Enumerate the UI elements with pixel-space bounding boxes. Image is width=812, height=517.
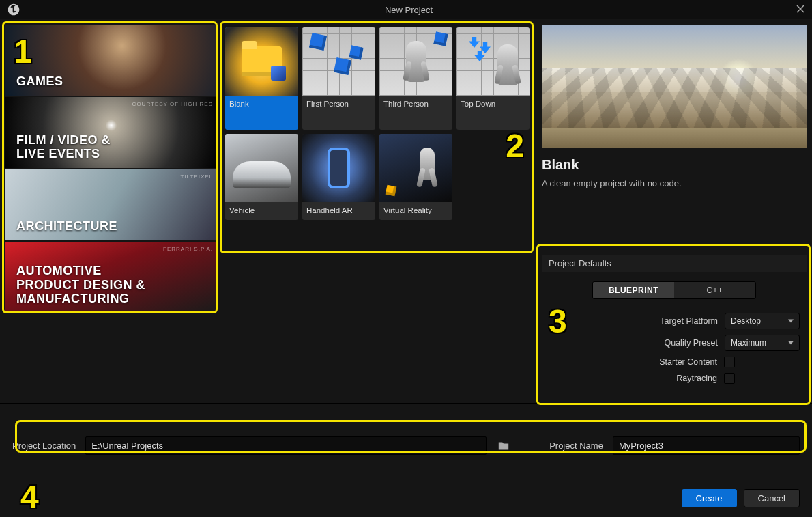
category-label: ARCHITECTURE: [16, 219, 117, 234]
template-label: First Person: [302, 96, 375, 113]
browse-folder-icon[interactable]: [496, 438, 511, 453]
category-credit: TILTPIXEL: [180, 173, 213, 180]
main-area: 1 GAMES COURTESY OF HIGH RES FILM / VIDE…: [0, 19, 812, 403]
raytracing-checkbox[interactable]: [724, 373, 735, 384]
project-location-input[interactable]: [85, 436, 487, 455]
template-label: Handheld AR: [302, 202, 375, 220]
template-top-down[interactable]: Top Down: [456, 27, 530, 130]
template-label: Blank: [225, 96, 298, 113]
template-grid: Blank First Person Thi: [222, 25, 536, 223]
cpp-button[interactable]: C++: [674, 282, 755, 298]
template-preview-title: Blank: [542, 157, 807, 173]
category-film-video[interactable]: COURTESY OF HIGH RES FILM / VIDEO & LIVE…: [5, 97, 217, 168]
category-architecture[interactable]: TILTPIXEL ARCHITECTURE: [5, 169, 217, 240]
category-label: GAMES: [16, 74, 63, 89]
titlebar: New Project: [0, 0, 812, 19]
footer: 4 Project Location Project Name Create C…: [0, 424, 812, 517]
project-defaults-header: Project Defaults: [542, 255, 807, 272]
unreal-logo-icon: [5, 1, 22, 18]
project-name-label: Project Name: [549, 441, 603, 451]
target-platform-label: Target Platform: [660, 316, 718, 326]
template-label: Third Person: [379, 96, 452, 113]
template-blank[interactable]: Blank: [225, 27, 298, 130]
category-games[interactable]: GAMES: [5, 25, 217, 96]
template-first-person[interactable]: First Person: [302, 27, 375, 130]
close-icon[interactable]: [796, 4, 807, 15]
window-title: New Project: [22, 5, 796, 15]
category-label: AUTOMOTIVE PRODUCT DESIGN & MANUFACTURIN…: [16, 264, 145, 306]
category-label: FILM / VIDEO & LIVE EVENTS: [16, 133, 111, 161]
create-button[interactable]: Create: [682, 489, 737, 507]
template-vehicle[interactable]: Vehicle: [225, 134, 298, 220]
starter-content-label: Starter Content: [659, 357, 717, 367]
raytracing-label: Raytracing: [676, 374, 717, 383]
template-label: Top Down: [456, 96, 530, 113]
blueprint-button[interactable]: BLUEPRINT: [593, 282, 674, 298]
target-platform-select[interactable]: Desktop: [725, 313, 800, 329]
template-preview-image: [542, 25, 807, 148]
template-column: 2 Blank First Person: [222, 25, 536, 397]
template-third-person[interactable]: Third Person: [379, 27, 452, 130]
category-credit: COURTESY OF HIGH RES: [132, 101, 213, 107]
new-project-window: New Project 1 GAMES COURTESY OF HIGH RES…: [0, 0, 812, 517]
project-defaults-panel: 3 Project Defaults BLUEPRINT C++ Target …: [542, 255, 807, 397]
category-automotive[interactable]: FERRARI S.P.A. AUTOMOTIVE PRODUCT DESIGN…: [5, 242, 217, 313]
divider: [0, 403, 812, 404]
details-column: Blank A clean empty project with no code…: [542, 25, 807, 397]
starter-content-checkbox[interactable]: [724, 357, 735, 367]
template-preview-description: A clean empty project with no code.: [542, 178, 807, 188]
template-handheld-ar[interactable]: Handheld AR: [302, 134, 375, 220]
category-credit: FERRARI S.P.A.: [163, 246, 213, 252]
project-name-input[interactable]: [613, 436, 800, 455]
cancel-button[interactable]: Cancel: [744, 489, 800, 507]
template-virtual-reality[interactable]: Virtual Reality: [379, 134, 452, 220]
quality-preset-label: Quality Preset: [664, 338, 718, 348]
project-location-label: Project Location: [12, 441, 76, 451]
implementation-segmented: BLUEPRINT C++: [592, 281, 756, 299]
quality-preset-select[interactable]: Maximum: [725, 335, 800, 351]
template-label: Vehicle: [225, 202, 298, 220]
template-label: Virtual Reality: [379, 202, 452, 220]
category-column: 1 GAMES COURTESY OF HIGH RES FILM / VIDE…: [5, 25, 217, 397]
